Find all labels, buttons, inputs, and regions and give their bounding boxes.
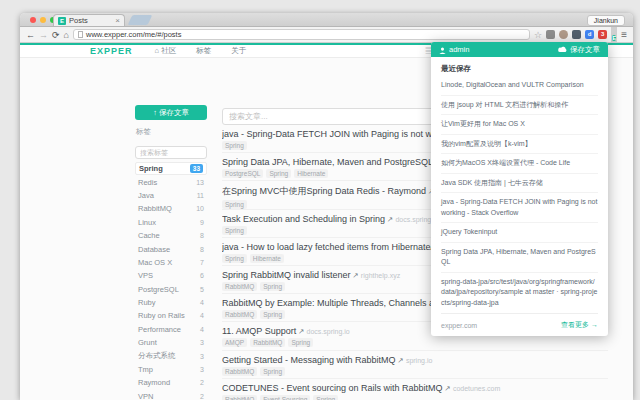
tag-count-badge: 4 — [200, 326, 204, 333]
close-window-button[interactable] — [30, 17, 36, 23]
post-tag-chip[interactable]: Hibernate — [294, 169, 328, 178]
expper-extension-button[interactable]: E — [611, 25, 617, 45]
sidebar-tag-PostgreSQL[interactable]: PostgreSQL5 — [135, 283, 207, 296]
recent-saved-item[interactable]: Java SDK 使用指南 | 七牛云存储 — [441, 174, 598, 194]
popup-view-more-link[interactable]: 查看更多 → — [561, 320, 598, 330]
chrome-menu-icon[interactable]: ≡ — [621, 29, 627, 40]
post-title[interactable]: CODETUNES - Event sourcing on Rails with… — [222, 383, 608, 393]
post-row: Getting Started - Messaging with RabbitM… — [222, 351, 608, 379]
tag-count-badge: 4 — [200, 299, 204, 306]
post-tag-chip[interactable]: RabbitMQ — [222, 367, 257, 376]
sidebar-tag-Linux[interactable]: Linux9 — [135, 216, 207, 229]
chrome-profile-button[interactable]: Jiankun — [587, 15, 625, 26]
tags-section-label: 标签 — [136, 127, 207, 137]
post-tag-chip[interactable]: Spring — [222, 254, 247, 263]
sidebar-tag-Grunt[interactable]: Grunt3 — [135, 336, 207, 349]
expper-favicon-icon: E — [58, 17, 66, 25]
post-tag-chip[interactable]: RabbitMQ — [222, 310, 257, 319]
popup-save-button[interactable]: 保存文章 — [558, 45, 600, 55]
extension-ghost-icon[interactable] — [572, 30, 581, 39]
browser-tab[interactable]: E Posts × — [53, 14, 125, 26]
sidebar-tag-Java[interactable]: Java11 — [135, 189, 207, 202]
back-icon[interactable]: ← — [26, 30, 35, 40]
tab-title: Posts — [69, 16, 112, 25]
recent-saved-list: Linode, DigitalOcean and VULTR Compariso… — [441, 76, 598, 312]
post-tag-chip[interactable]: Spring — [222, 226, 247, 235]
sidebar-tag-VPS[interactable]: VPS6 — [135, 269, 207, 282]
extension-popup-header: admin 保存文章 — [431, 42, 608, 57]
recent-saved-item[interactable]: 让Vim更好用 for Mac OS X — [441, 115, 598, 135]
post-domain[interactable]: spring.io — [406, 357, 432, 364]
tag-search-input[interactable] — [135, 146, 207, 159]
post-tag-chip[interactable]: Spring — [222, 141, 247, 150]
post-tag-chip[interactable]: Spring — [260, 367, 285, 376]
post-tag-chip[interactable]: Spring — [313, 395, 338, 400]
home-icon[interactable]: ⌂ — [64, 30, 69, 40]
post-tag-chip[interactable]: RabbitMQ — [222, 282, 257, 291]
recent-saved-item[interactable]: spring-data-jpa/src/test/java/org/spring… — [441, 273, 598, 313]
sidebar-tag-Cache[interactable]: Cache8 — [135, 229, 207, 242]
post-tag-chip[interactable]: AMQP — [222, 338, 247, 347]
tag-list: Spring33Redis13Java11RabbitMQ10Linux9Cac… — [135, 162, 207, 400]
sidebar-tag-Ruby on Rails[interactable]: Ruby on Rails4 — [135, 309, 207, 322]
popup-site-link[interactable]: expper.com — [441, 322, 477, 329]
external-link-icon: ↗ — [353, 271, 359, 280]
post-tag-chip[interactable]: Spring — [288, 338, 313, 347]
post-tag-chip[interactable]: PostgreSQL — [222, 169, 263, 178]
browser-tab-bar: E Posts × Jiankun — [20, 13, 633, 27]
post-tag-chip[interactable]: Spring — [260, 310, 285, 319]
sidebar-tag-Ruby[interactable]: Ruby4 — [135, 296, 207, 309]
sidebar-tag-Performance[interactable]: Performance4 — [135, 323, 207, 336]
save-post-button[interactable]: ↑ 保存文章 — [135, 105, 207, 120]
sidebar-tag-Database[interactable]: Database8 — [135, 242, 207, 255]
recent-saved-item[interactable]: 使用 jsoup 对 HTML 文档进行解析和操作 — [441, 96, 598, 116]
post-tag-chip[interactable]: Spring — [266, 169, 291, 178]
minimize-window-button[interactable] — [40, 17, 46, 23]
tab-close-icon[interactable]: × — [115, 17, 120, 25]
recent-saved-item[interactable]: 我的vim配置及说明【k-vim】 — [441, 135, 598, 155]
nav-item-community[interactable]: ⌂ 社区 — [155, 46, 177, 56]
recent-saved-item[interactable]: Spring Data JPA, Hibernate, Maven and Po… — [441, 243, 598, 273]
post-tag-chip[interactable]: Hibernate — [250, 254, 284, 263]
recent-saved-item[interactable]: java - Spring-Data FETCH JOIN with Pagin… — [441, 193, 598, 223]
recent-saved-item[interactable]: 如何为MacOS X终端设置代理 - Code Life — [441, 154, 598, 174]
reload-icon[interactable]: ⟳ — [52, 30, 60, 40]
sidebar-tag-Spring[interactable]: Spring33 — [135, 162, 207, 175]
tag-name-label: 分布式系统 — [138, 351, 176, 361]
nav-item-about[interactable]: 关于 — [231, 46, 246, 56]
extension-red-icon[interactable]: 3 — [598, 30, 607, 39]
post-domain[interactable]: docs.spring.io — [307, 328, 350, 335]
recent-saved-item[interactable]: jQuery Tokeninput — [441, 223, 598, 243]
bookmark-star-icon[interactable]: ☆ — [534, 30, 542, 40]
post-tag-chip[interactable]: Spring — [222, 200, 247, 209]
tag-count-badge: 2 — [200, 393, 204, 400]
post-tag-chip[interactable]: Event Sourcing — [260, 395, 310, 400]
post-tag-chip[interactable]: Spring — [260, 282, 285, 291]
post-domain[interactable]: righthelp.xyz — [361, 272, 400, 279]
post-tag-chip[interactable]: RabbitMQ — [250, 338, 285, 347]
sidebar-tag-RabbitMQ[interactable]: RabbitMQ10 — [135, 202, 207, 215]
sidebar-tag-Raymond[interactable]: Raymond2 — [135, 376, 207, 389]
sidebar-tag-Tmp[interactable]: Tmp3 — [135, 363, 207, 376]
sidebar-tag-分布式系统[interactable]: 分布式系统3 — [135, 349, 207, 362]
new-tab-button[interactable] — [128, 15, 153, 25]
tag-count-badge: 9 — [200, 219, 204, 226]
sidebar-tag-Mac OS X[interactable]: Mac OS X7 — [135, 256, 207, 269]
post-domain[interactable]: codetunes.com — [453, 385, 500, 392]
post-tag-chip[interactable]: RabbitMQ — [222, 395, 257, 400]
extension-gray-icon[interactable] — [546, 30, 555, 39]
tag-name-label: Mac OS X — [138, 258, 172, 267]
extension-devdocs-icon[interactable]: d — [585, 30, 594, 39]
tag-count-badge: 3 — [200, 366, 204, 373]
nav-item-tags[interactable]: 标签 — [196, 46, 211, 56]
address-bar[interactable]: www.expper.com/me/#/posts — [73, 29, 530, 40]
browser-toolbar: ← → ⟳ ⌂ www.expper.com/me/#/posts ☆ d 3 … — [20, 27, 633, 43]
forward-icon[interactable]: → — [39, 30, 48, 40]
tag-name-label: Redis — [138, 178, 157, 187]
site-logo[interactable]: EXPPER — [90, 46, 133, 56]
sidebar-tag-VPN[interactable]: VPN2 — [135, 390, 207, 400]
post-title[interactable]: Getting Started - Messaging with RabbitM… — [222, 355, 608, 365]
extension-round-icon[interactable] — [559, 30, 568, 39]
recent-saved-item[interactable]: Linode, DigitalOcean and VULTR Compariso… — [441, 76, 598, 96]
sidebar-tag-Redis[interactable]: Redis13 — [135, 175, 207, 188]
